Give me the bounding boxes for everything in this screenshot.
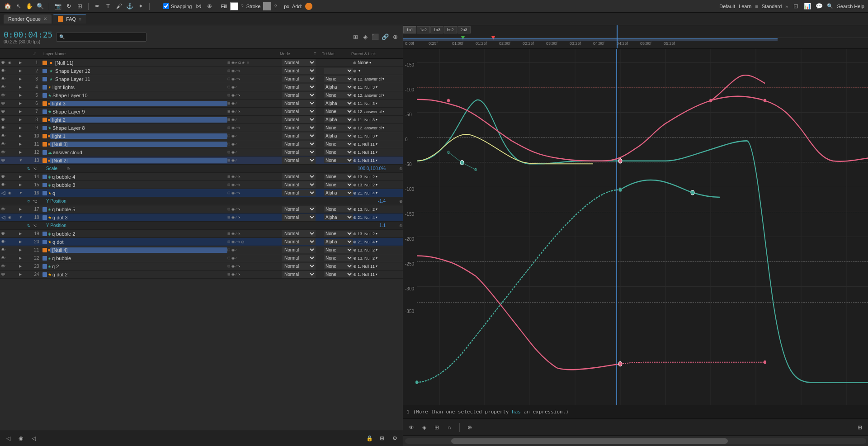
visibility-1[interactable]: 👁 (0, 59, 6, 67)
layer-row[interactable]: 👁 ▶ 2 ★ Shape Layer 12 ⊞◉/fx Normal ⊕▾ (0, 67, 403, 75)
camera-icon[interactable]: 📷 (54, 2, 62, 10)
layer-row[interactable]: 👁 ▶ 9 ★ Shape Layer 8 ⊞◉/fx Normal None … (0, 124, 403, 132)
layer-row-20[interactable]: 👁 ▶ 20 ★ q dot ⊞◉/fx ⊙ Normal Alpha ⊕21.… (0, 238, 403, 246)
hand-icon[interactable]: ✋ (25, 2, 33, 10)
graph-icon[interactable]: 📊 (803, 2, 811, 10)
prop-icon-1f: ◾ (245, 61, 250, 65)
visibility-3[interactable]: 👁 (0, 75, 6, 83)
graph-ctrl-2[interactable]: ◈ (420, 423, 429, 432)
search-box[interactable]: 🔍 (56, 33, 146, 42)
ruler-mark-1: 0:25f (427, 41, 450, 46)
layer-row[interactable]: 👁 ▶ 7 ★ Shape Layer 9 ⊞◉/fx Normal None … (0, 108, 403, 116)
layer-row[interactable]: 👁 ◉ ▶ 1 ■ [Null 11] ⊞ ◉ ▸ Ω ◈ ◾ Normal (0, 59, 403, 67)
graph-ctrl-5[interactable]: ⊕ (465, 423, 474, 432)
layer-row[interactable]: 👁 ▶ 19 ◈ q bubble 2 ⊞◉/fx Normal None ⊕1… (0, 230, 403, 238)
search-label[interactable]: Search Help (837, 4, 864, 9)
tl-icon2[interactable]: ◈ (361, 33, 369, 41)
home-icon[interactable]: 🏠 (4, 2, 12, 10)
pen-icon[interactable]: ✒ (93, 2, 101, 10)
scroll-track[interactable] (405, 438, 866, 444)
monitor-icon[interactable]: ⊡ (792, 2, 800, 10)
scroll-bar[interactable] (403, 435, 868, 446)
work-area[interactable] (403, 38, 778, 41)
add-btn[interactable] (305, 3, 312, 10)
faq-menu[interactable]: ≡ (79, 17, 81, 22)
puppet-icon[interactable]: ✦ (137, 2, 145, 10)
tl-icon3[interactable]: ⬛ (371, 33, 379, 41)
stroke-label: Stroke (246, 4, 261, 9)
layer-row[interactable]: 👁 ▶ 23 ◈ q 2 ⊞◉/fx Normal None ⊕1. Null … (0, 262, 403, 270)
tab-1a3[interactable]: 1a3 (430, 26, 443, 33)
trkmat-3[interactable]: None (324, 76, 353, 82)
layer-row[interactable]: 👁 ▶ 8 ■ light 2 ⊞◉/ Normal Alpha ⊕11. Nu… (0, 116, 403, 124)
snap-icon1[interactable]: ⋈ (195, 2, 203, 10)
layer-row[interactable]: 👁 ▶ 6 ■ light 3 ⊞◉/ Normal Alpha ⊕11. Nu… (0, 100, 403, 108)
search-icon[interactable]: 🔍 (827, 3, 833, 9)
visibility-2[interactable]: 👁 (0, 67, 6, 75)
layer-row[interactable]: 👁 ▶ 22 ◈ q bubble ⊞◉/ Normal None ⊕13. N… (0, 254, 403, 262)
speech-icon[interactable]: 💬 (815, 2, 823, 10)
tl-icon1[interactable]: ⊞ (351, 33, 359, 41)
layer-num-2: 2 (32, 68, 42, 73)
tab-2a3[interactable]: 2a3 (458, 26, 471, 33)
svg-point-19 (618, 187, 622, 192)
fill-color[interactable] (230, 2, 238, 10)
solo-1[interactable]: ◉ (6, 61, 13, 65)
layer-row[interactable]: 👁 ▶ 12 ☁ answer cloud ⊞◉/ Normal None ⊕1… (0, 148, 403, 157)
anchor-icon[interactable]: ⚓ (126, 2, 134, 10)
visibility-4[interactable]: 👁 (0, 83, 6, 91)
layer-row[interactable]: 👁 ▶ 14 ◈ q bubble 4 ⊞◉/fx Normal None ⊕1… (0, 173, 403, 181)
tab-render-close[interactable]: ✕ (43, 16, 47, 21)
grid-icon[interactable]: ⊞ (75, 2, 84, 10)
expand-3[interactable]: ▶ (19, 77, 25, 81)
layer-row[interactable]: 👁 ▶ 3 ★ Shape Layer 11 ⊞◉/fx Normal None… (0, 75, 403, 83)
ctrl-icon3[interactable]: ◁ (29, 434, 38, 443)
mode-3[interactable]: Normal (282, 76, 316, 82)
ctrl-icon4[interactable]: 🔒 (365, 434, 374, 443)
layer-row[interactable]: 👁 ▶ 10 ■ light 1 ⊞◉/ Normal Alpha ⊕11. N… (0, 132, 403, 140)
ctrl-icon5[interactable]: ⊞ (377, 434, 387, 443)
svg-point-24 (448, 151, 449, 153)
layer-row[interactable]: 👁 ▶ 24 ★ q dot 2 ⊞◉/fx Normal None ⊕1. N… (0, 270, 403, 279)
layer-num-1: 1 (32, 60, 42, 65)
mode-2[interactable]: Normal (282, 67, 316, 74)
mode-1[interactable]: Normal (282, 59, 316, 66)
graph-ctrl-4[interactable]: ∩ (445, 423, 454, 432)
scroll-thumb[interactable] (451, 438, 728, 444)
brush-icon[interactable]: 🖌 (115, 2, 123, 10)
layer-row[interactable]: 👁 ▶ 17 ◈ q bubble 5 ⊞◉/fx Normal None ⊕1… (0, 205, 403, 214)
tab-1a1[interactable]: 1a1 (403, 26, 416, 33)
text-icon[interactable]: T (104, 2, 112, 10)
graph-ctrl-1[interactable]: 👁 (407, 423, 416, 432)
tab-bs2[interactable]: bs2 (444, 26, 457, 33)
expand-2[interactable]: ▶ (19, 69, 25, 73)
stroke-color[interactable] (263, 2, 271, 10)
trkmat-2[interactable] (324, 68, 353, 74)
tl-icon4[interactable]: 🔗 (381, 33, 389, 41)
cursor-icon[interactable]: ↖ (14, 2, 23, 10)
svg-line-23 (462, 163, 476, 170)
layer-row[interactable]: 👁 ▶ 15 ◈ q bubble 3 ⊞◉/fx Normal None ⊕1… (0, 181, 403, 189)
layer-row-18[interactable]: ◁ ◉ ▼ 18 ★ q dot 3 ⊞◉/fx Normal Alpha ⊕2… (0, 214, 403, 222)
tab-render-queue[interactable]: Render Queue ✕ (4, 14, 52, 24)
expression-bar: 1 (More than one selected property has a… (403, 405, 868, 419)
rotate-icon[interactable]: ↻ (65, 2, 73, 10)
layer-row[interactable]: 👁 ▶ 4 ☀ light lights ⊞◉/ Normal Alpha ⊕1… (0, 83, 403, 91)
layer-row-16[interactable]: ◁ ◉ ▼ 16 ★ q ⊞◉/fx Normal Alpha ⊕21. Nul… (0, 189, 403, 197)
layer-row[interactable]: 👁 ▶ 21 ■ [Null 4] ⊞◉/ Normal None ⊕13. N… (0, 246, 403, 254)
graph-ctrl-3[interactable]: ⊞ (432, 423, 441, 432)
layer-row[interactable]: 👁 ▶ 11 ■ [Null 3] ⊞◉/ Normal None ⊕1. Nu… (0, 140, 403, 148)
tl-icon5[interactable]: ⊕ (391, 33, 399, 41)
tab-faq[interactable]: FAQ ≡ (53, 14, 86, 24)
ctrl-icon2[interactable]: ◉ (16, 434, 25, 443)
layer-row[interactable]: 👁 ▶ 5 ★ Shape Layer 10 ⊞◉/fx Normal None… (0, 91, 403, 100)
snap-icon2[interactable]: ⊕ (206, 2, 214, 10)
ctrl-icon6[interactable]: ⚙ (390, 434, 399, 443)
layer-row-13[interactable]: 👁 ▼ 13 ■ [Null 2] ⊞◉/ Normal None ⊕1. Nu… (0, 157, 403, 165)
zoom-icon[interactable]: 🔍 (36, 2, 44, 10)
ctrl-icon1[interactable]: ◁ (4, 434, 13, 443)
expand-1[interactable]: ▶ (19, 61, 25, 65)
graph-ctrl-6[interactable]: ⊞ (855, 423, 864, 432)
snapping-checkbox[interactable] (163, 3, 169, 9)
tab-1a2[interactable]: 1a2 (417, 26, 430, 33)
